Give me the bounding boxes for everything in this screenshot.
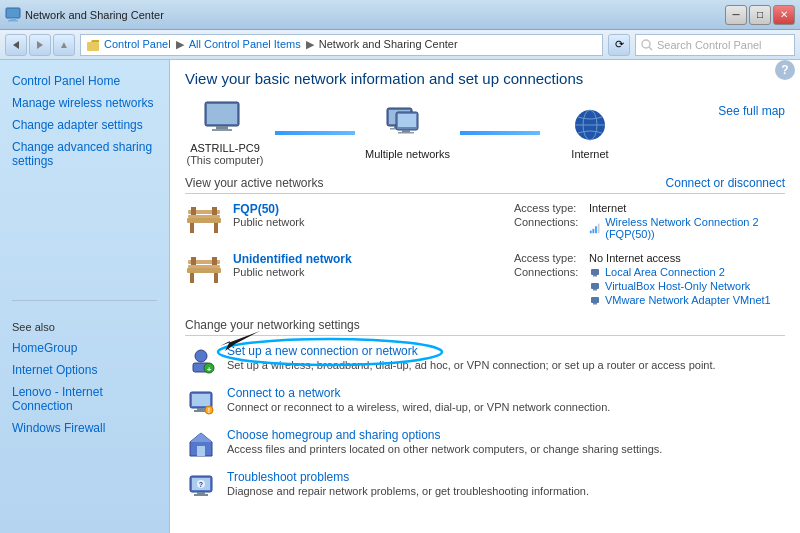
- bench-icon-2: [185, 252, 223, 284]
- lan-icon-3: [589, 294, 601, 306]
- svg-rect-46: [593, 303, 597, 305]
- network-details-fqp: Access type: Internet Connections: Wirel…: [514, 202, 785, 242]
- network-diagram: ASTRILL-PC9 (This computer): [185, 99, 785, 166]
- internet-icon: [565, 105, 615, 145]
- active-networks-title: View your active networks: [185, 176, 324, 190]
- sidebar-item-homegroup[interactable]: HomeGroup: [0, 337, 169, 359]
- svg-text:!: !: [208, 407, 210, 414]
- network-info-fqp: FQP(50) Public network: [233, 202, 504, 228]
- connection-link-2b[interactable]: VirtualBox Host-Only Network: [605, 280, 750, 292]
- settings-section-title: Change your networking settings: [185, 318, 785, 336]
- detail-row-access-1: Access type: Internet: [514, 202, 785, 214]
- titlebar-controls: ─ □ ✕: [725, 5, 795, 25]
- computer-sublabel: (This computer): [185, 154, 265, 166]
- search-placeholder: Search Control Panel: [657, 39, 762, 51]
- network-line-1: [275, 131, 355, 135]
- settings-item-troubleshoot: ? Troubleshoot problems Diagnose and rep…: [185, 470, 785, 502]
- sidebar-item-manage-wireless[interactable]: Manage wireless networks: [0, 92, 169, 114]
- troubleshoot-desc: Diagnose and repair network problems, or…: [227, 485, 785, 497]
- arrow-annotation: [190, 326, 270, 356]
- search-field[interactable]: Search Control Panel: [635, 34, 795, 56]
- connection-link-2c[interactable]: VMware Network Adapter VMnet1: [605, 294, 771, 306]
- network-type-unidentified: Public network: [233, 266, 504, 278]
- svg-rect-36: [214, 273, 218, 283]
- access-type-value-2: No Internet access: [589, 252, 681, 264]
- minimize-button[interactable]: ─: [725, 5, 747, 25]
- svg-rect-61: [197, 492, 205, 494]
- access-type-label-2: Access type:: [514, 252, 584, 264]
- titlebar-title: Network and Sharing Center: [25, 9, 164, 21]
- breadcrumb-path: Control Panel ▶ All Control Panel Items …: [104, 38, 458, 51]
- breadcrumb-control-panel[interactable]: Control Panel: [104, 38, 171, 50]
- maximize-button[interactable]: □: [749, 5, 771, 25]
- svg-rect-18: [402, 130, 410, 132]
- detail-row-access-2: Access type: No Internet access: [514, 252, 785, 264]
- detail-row-connections-2: Connections: Local Area Connection 2: [514, 266, 785, 306]
- see-full-map-link[interactable]: See full map: [718, 99, 785, 118]
- access-type-label-1: Access type:: [514, 202, 584, 214]
- connections-label-1: Connections:: [514, 216, 584, 240]
- active-networks-header: View your active networks Connect or dis…: [185, 176, 785, 194]
- network-name-unidentified[interactable]: Unidentified network: [233, 252, 504, 266]
- svg-rect-43: [591, 283, 599, 289]
- app-icon: [5, 7, 21, 23]
- breadcrumb-all-items[interactable]: All Control Panel Items: [189, 38, 301, 50]
- svg-rect-5: [87, 42, 99, 51]
- homegroup-icon: [185, 428, 217, 460]
- multiple-networks-icon: [382, 105, 432, 145]
- folder-icon: [86, 38, 100, 52]
- detail-row-connections-1: Connections: Wireless Network Connection…: [514, 216, 785, 240]
- svg-rect-54: [197, 408, 205, 410]
- lan-icon-2: [589, 280, 601, 292]
- homegroup-link[interactable]: Choose homegroup and sharing options: [227, 428, 440, 442]
- network-type-fqp: Public network: [233, 216, 504, 228]
- settings-item-homegroup: Choose homegroup and sharing options Acc…: [185, 428, 785, 460]
- svg-text:+: +: [207, 365, 212, 374]
- sidebar-item-lenovo[interactable]: Lenovo - Internet Connection: [0, 381, 169, 417]
- up-button[interactable]: ▲: [53, 34, 75, 56]
- homegroup-text: Choose homegroup and sharing options Acc…: [227, 428, 785, 455]
- settings-item-setup: + Set up a new connection or network Set…: [185, 344, 785, 376]
- svg-rect-33: [598, 224, 600, 234]
- forward-button[interactable]: [29, 34, 51, 56]
- network-name-fqp[interactable]: FQP(50): [233, 202, 504, 216]
- bench-icon-1: [185, 202, 223, 234]
- troubleshoot-link[interactable]: Troubleshoot problems: [227, 470, 349, 484]
- troubleshoot-icon-svg: ?: [187, 472, 215, 500]
- connect-icon-svg: !: [187, 388, 215, 416]
- svg-rect-9: [207, 104, 237, 124]
- sidebar-item-change-adapter[interactable]: Change adapter settings: [0, 114, 169, 136]
- svg-rect-40: [212, 257, 217, 265]
- connection-link-1[interactable]: Wireless Network Connection 2 (FQP(50)): [605, 216, 785, 240]
- sidebar-item-windows-firewall[interactable]: Windows Firewall: [0, 417, 169, 439]
- connections-list: Local Area Connection 2 VirtualBox Host-…: [589, 266, 771, 306]
- connection-link-2a[interactable]: Local Area Connection 2: [605, 266, 725, 278]
- internet-label: Internet: [550, 148, 630, 160]
- back-button[interactable]: [5, 34, 27, 56]
- settings-section: Change your networking settings +: [185, 318, 785, 502]
- homegroup-icon-svg: [187, 430, 215, 458]
- address-field[interactable]: Control Panel ▶ All Control Panel Items …: [80, 34, 603, 56]
- sidebar-item-control-panel-home[interactable]: Control Panel Home: [0, 70, 169, 92]
- sidebar-item-change-advanced[interactable]: Change advanced sharingsettings: [0, 136, 169, 172]
- svg-rect-41: [591, 269, 599, 275]
- svg-rect-58: [197, 446, 205, 456]
- svg-rect-17: [398, 114, 416, 127]
- svg-marker-4: [37, 41, 43, 49]
- connect-network-link[interactable]: Connect to a network: [227, 386, 340, 400]
- svg-line-7: [649, 47, 652, 50]
- sidebar-item-internet-options[interactable]: Internet Options: [0, 359, 169, 381]
- troubleshoot-text: Troubleshoot problems Diagnose and repai…: [227, 470, 785, 497]
- help-icon[interactable]: ?: [775, 60, 795, 80]
- svg-marker-3: [13, 41, 19, 49]
- titlebar: Network and Sharing Center ─ □ ✕: [0, 0, 800, 30]
- close-button[interactable]: ✕: [773, 5, 795, 25]
- connect-disconnect-link[interactable]: Connect or disconnect: [666, 176, 785, 190]
- svg-rect-34: [187, 268, 221, 273]
- refresh-button[interactable]: ⟳: [608, 34, 630, 56]
- sidebar: Control Panel Home Manage wireless netwo…: [0, 60, 170, 533]
- computer-node: ASTRILL-PC9 (This computer): [185, 99, 265, 166]
- network-info-unidentified: Unidentified network Public network: [233, 252, 504, 278]
- homegroup-desc: Access files and printers located on oth…: [227, 443, 785, 455]
- svg-rect-45: [591, 297, 599, 303]
